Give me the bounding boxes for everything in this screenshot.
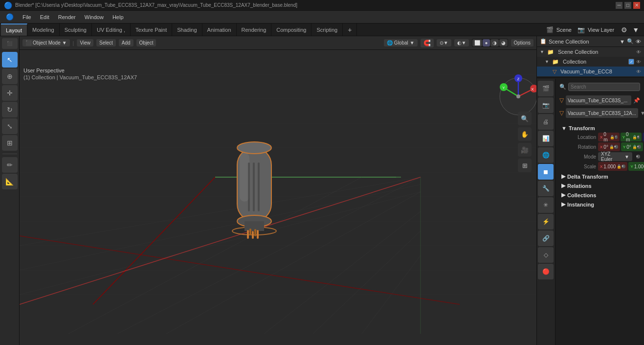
view-layer-props-tab[interactable]: 📊 bbox=[538, 131, 554, 146]
cursor-tool[interactable]: ⊕ bbox=[2, 69, 18, 84]
svg-rect-53 bbox=[253, 162, 255, 211]
viewport-icon[interactable]: ⬛ bbox=[2, 38, 18, 49]
scale-x-lock[interactable]: 🔒 bbox=[617, 164, 622, 169]
location-x-lock[interactable]: 🔒 bbox=[610, 135, 615, 139]
scene-collection-eye[interactable]: 👁 bbox=[636, 49, 641, 55]
viewport-3d[interactable]: ⬛ Object Mode ▼ | View Select Add Object… bbox=[20, 36, 536, 345]
particles-tab[interactable]: ✳ bbox=[538, 197, 554, 213]
orthographic-btn[interactable]: ⊞ bbox=[518, 159, 532, 172]
object-name-field[interactable]: Vacuum_Tube_ECC83S_... bbox=[566, 95, 631, 105]
instancing-header[interactable]: ▶ Instancing bbox=[559, 200, 640, 209]
render-props-tab[interactable]: 📷 bbox=[538, 97, 554, 113]
tab-compositing[interactable]: Compositing bbox=[271, 23, 311, 36]
render-mode[interactable]: ◕ bbox=[499, 39, 508, 46]
title-bar-left: 🔵 Blender* [C:\Users\a y\Desktop\Vacuum_… bbox=[4, 1, 297, 9]
menu-blender[interactable]: 🔵 bbox=[2, 12, 18, 22]
rotation-y-lock[interactable]: 🔒 bbox=[632, 145, 637, 149]
data-browse-icon[interactable]: ▼ bbox=[640, 110, 644, 116]
object-mode-selector[interactable]: ⬛ Object Mode ▼ bbox=[22, 39, 70, 46]
data-name-field[interactable]: Vacuum_Tube_ECC83S_12A... bbox=[566, 108, 638, 118]
tab-layout[interactable]: Layout bbox=[1, 23, 27, 36]
collections-header[interactable]: ▶ Collections bbox=[559, 190, 640, 200]
object-selector-row: ▽ Vacuum_Tube_ECC83S_... 📌 bbox=[557, 94, 642, 106]
rotation-x-field[interactable]: X 0° 🔒 ● bbox=[598, 142, 620, 151]
outliner-scene-collection-row[interactable]: ▼ 📁 Scene Collection 👁 bbox=[537, 47, 644, 57]
scale-fields: X 1.000 🔒 ● Y 1.000 🔒 ● bbox=[598, 162, 644, 171]
transform-orientation[interactable]: 🌐 Global ▼ bbox=[384, 39, 418, 46]
add-menu[interactable]: Add bbox=[119, 39, 133, 46]
menu-file[interactable]: File bbox=[19, 13, 35, 21]
options-menu[interactable]: Options bbox=[511, 39, 533, 46]
menu-window[interactable]: Window bbox=[81, 13, 108, 21]
proportional-edit[interactable]: ⊙▼ bbox=[437, 39, 451, 46]
props-area: 🎬 📷 🖨 📊 🌐 ◼ 🔧 ✳ ⚡ 🔗 ◇ 🔴 🔍 bbox=[537, 79, 644, 345]
physics-tab[interactable]: ⚡ bbox=[538, 214, 554, 230]
transform-tool[interactable]: ⊞ bbox=[2, 135, 18, 151]
material-tab[interactable]: 🔴 bbox=[538, 264, 554, 279]
scene-data-tab[interactable]: 🌐 bbox=[538, 147, 554, 163]
search-icon[interactable]: 🔍 bbox=[627, 38, 634, 45]
select-menu[interactable]: Select bbox=[96, 39, 116, 46]
object-data-tab[interactable]: ◇ bbox=[538, 247, 554, 263]
eye-visibility-icon[interactable]: 👁 bbox=[636, 39, 641, 45]
scale-y-field[interactable]: Y 1.000 🔒 ● bbox=[628, 162, 644, 171]
rotation-y-field[interactable]: Y 0° 🔒 ● bbox=[621, 142, 643, 151]
collection-eye[interactable]: 👁 bbox=[636, 59, 641, 65]
output-props-tab[interactable]: 🖨 bbox=[538, 114, 554, 130]
outliner-collection-row[interactable]: ▼ 📁 Collection ✓ 👁 bbox=[537, 57, 644, 67]
constraints-tab[interactable]: 🔗 bbox=[538, 230, 554, 246]
object-menu[interactable]: Object bbox=[136, 39, 156, 46]
menu-render[interactable]: Render bbox=[54, 13, 80, 21]
annotate-tool[interactable]: ✏ bbox=[2, 157, 18, 173]
workspace-tabs: Layout Modeling Sculpting UV Editing , T… bbox=[0, 23, 644, 36]
tab-add[interactable]: + bbox=[343, 23, 357, 36]
tab-uv-editing[interactable]: UV Editing , bbox=[92, 23, 131, 36]
wireframe-mode[interactable]: ⬜ bbox=[472, 39, 482, 46]
tab-scripting[interactable]: Scripting bbox=[311, 23, 343, 36]
settings-icon[interactable]: ⚙ bbox=[621, 26, 627, 34]
rotation-x-lock[interactable]: 🔒 bbox=[609, 145, 614, 149]
snap-tool[interactable]: 🧲 bbox=[421, 39, 434, 47]
location-y-field[interactable]: Y 0 m 🔒 ● bbox=[621, 133, 642, 141]
tab-animation[interactable]: Animation bbox=[202, 23, 237, 36]
svg-rect-0 bbox=[20, 50, 536, 345]
solid-mode[interactable]: ● bbox=[483, 39, 489, 46]
relations-header[interactable]: ▶ Relations bbox=[559, 181, 640, 190]
minimize-button[interactable]: ─ bbox=[616, 2, 622, 9]
props-search-input[interactable] bbox=[568, 83, 640, 91]
rotate-tool[interactable]: ↻ bbox=[2, 102, 18, 117]
scale-tool[interactable]: ⤡ bbox=[2, 118, 18, 134]
menu-edit[interactable]: Edit bbox=[36, 13, 53, 21]
location-y-lock[interactable]: 🔒 bbox=[632, 135, 637, 139]
collection-checkbox[interactable]: ✓ bbox=[628, 59, 634, 65]
modifier-props-tab[interactable]: 🔧 bbox=[538, 181, 554, 196]
pan-btn[interactable]: ✋ bbox=[518, 127, 532, 141]
measure-tool[interactable]: 📐 bbox=[2, 174, 18, 189]
location-x-field[interactable]: X 0 m 🔒 ● bbox=[598, 133, 620, 141]
zoom-in-btn[interactable]: 🔍 bbox=[518, 112, 532, 125]
move-tool[interactable]: ✛ bbox=[2, 85, 18, 101]
select-tool[interactable]: ↖ bbox=[2, 52, 18, 68]
tab-rendering[interactable]: Rendering bbox=[237, 23, 272, 36]
tab-modeling[interactable]: Modeling bbox=[27, 23, 60, 36]
viewport-overlays[interactable]: ◐▼ bbox=[454, 39, 469, 46]
outliner-object-row[interactable]: ▽ Vacuum_Tube_ECC8 👁 bbox=[537, 67, 644, 76]
material-mode[interactable]: ◑ bbox=[490, 39, 499, 46]
close-button[interactable]: ✕ bbox=[633, 2, 640, 9]
menu-help[interactable]: Help bbox=[109, 13, 128, 21]
tab-texture-paint[interactable]: Texture Paint bbox=[131, 23, 172, 36]
object-props-tab[interactable]: ◼ bbox=[538, 164, 554, 180]
tab-sculpting[interactable]: Sculpting bbox=[60, 23, 92, 36]
tab-shading[interactable]: Shading bbox=[172, 23, 202, 36]
object-eye[interactable]: 👁 bbox=[636, 69, 641, 74]
pin-icon[interactable]: 📌 bbox=[633, 97, 640, 104]
scale-x-field[interactable]: X 1.000 🔒 ● bbox=[598, 162, 627, 171]
maximize-button[interactable]: □ bbox=[624, 2, 631, 9]
camera-view-btn[interactable]: 🎥 bbox=[518, 143, 532, 157]
scene-props-tab[interactable]: 🎬 bbox=[538, 81, 554, 96]
rotation-mode-select[interactable]: XYZ Euler ▼ bbox=[598, 152, 632, 161]
view-menu[interactable]: View bbox=[77, 39, 93, 46]
delta-transform-header[interactable]: ▶ Delta Transform bbox=[559, 172, 640, 181]
filter-icon[interactable]: ▼ bbox=[620, 39, 625, 45]
filter-icon[interactable]: ▼ bbox=[632, 26, 639, 34]
